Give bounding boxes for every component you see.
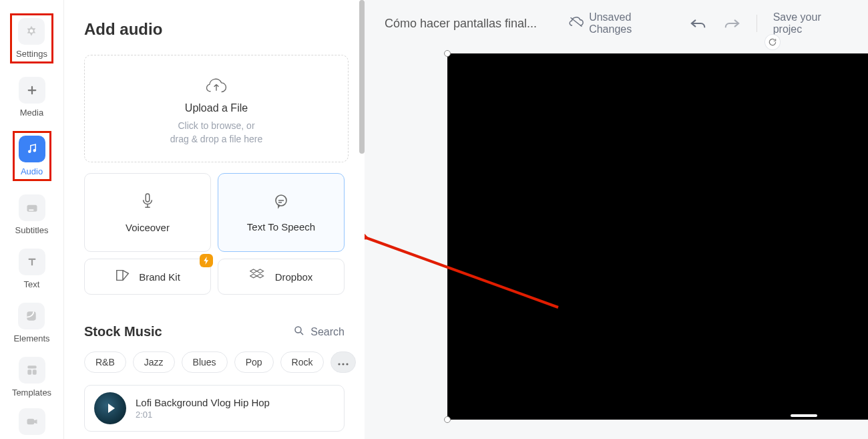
project-title[interactable]: Cómo hacer pantallas final... xyxy=(385,17,537,31)
editor-topbar: Cómo hacer pantallas final... Unsaved Ch… xyxy=(365,0,868,47)
microphone-icon xyxy=(140,192,155,212)
resize-handle-tl[interactable] xyxy=(444,50,451,57)
cloud-upload-icon xyxy=(205,77,228,96)
sidebar-item-elements[interactable]: Elements xyxy=(13,303,49,343)
upload-dropzone[interactable]: Upload a File Click to browse, or drag &… xyxy=(84,55,349,162)
stock-track[interactable]: Lofi Background Vlog Hip Hop 2:01 xyxy=(84,385,345,432)
sidebar-label-media: Media xyxy=(20,108,43,118)
subtitles-icon xyxy=(19,194,45,221)
play-icon xyxy=(108,404,115,413)
panel-title: Add audio xyxy=(84,20,345,39)
cloud-off-icon xyxy=(569,16,584,31)
svg-rect-4 xyxy=(29,210,34,211)
sidebar-label-subtitles: Subtitles xyxy=(15,225,49,235)
unsaved-label: Unsaved Changes xyxy=(589,11,674,35)
svg-rect-8 xyxy=(32,370,36,375)
svg-point-12 xyxy=(295,327,301,333)
upload-subtitle: Click to browse, or drag & drop a file h… xyxy=(98,120,335,146)
chip-rock[interactable]: Rock xyxy=(280,351,324,373)
redo-button[interactable] xyxy=(723,17,740,29)
sidebar-item-settings[interactable]: Settings xyxy=(10,13,53,63)
unsaved-indicator: Unsaved Changes xyxy=(569,11,674,35)
svg-rect-10 xyxy=(146,194,150,202)
video-canvas[interactable] xyxy=(447,53,868,420)
stock-search-button[interactable]: Search xyxy=(293,325,345,339)
chip-pop[interactable]: Pop xyxy=(234,351,274,373)
brandkit-icon xyxy=(115,268,131,285)
genre-chips: R&B Jazz Blues Pop Rock xyxy=(84,351,345,373)
audio-panel: Add audio Upload a File Click to browse,… xyxy=(64,0,365,439)
chip-blues[interactable]: Blues xyxy=(182,351,228,373)
svg-rect-3 xyxy=(27,205,37,212)
stock-search-label: Search xyxy=(310,326,345,338)
svg-point-0 xyxy=(30,29,33,33)
svg-point-13 xyxy=(339,363,341,365)
sync-icon xyxy=(765,35,780,49)
text-icon xyxy=(19,249,45,275)
dropbox-icon xyxy=(250,268,267,285)
upload-sub2: drag & drop a file here xyxy=(170,134,263,144)
chip-more[interactable] xyxy=(331,351,356,373)
plus-icon xyxy=(19,77,45,104)
sidebar-label-elements: Elements xyxy=(13,333,49,343)
svg-point-2 xyxy=(33,150,35,152)
brandkit-label: Brand Kit xyxy=(139,271,180,283)
speech-bubble-icon xyxy=(273,193,289,212)
sidebar-label-audio: Audio xyxy=(21,166,43,176)
camera-icon xyxy=(19,408,45,435)
svg-rect-6 xyxy=(27,365,36,368)
undo-button[interactable] xyxy=(690,17,707,29)
panel-scrollbar[interactable] xyxy=(359,0,365,154)
save-project-label[interactable]: Save your projec xyxy=(773,11,851,35)
elements-icon xyxy=(18,303,45,329)
sidebar-item-subtitles[interactable]: Subtitles xyxy=(15,194,49,235)
settings-icon xyxy=(18,18,45,45)
sidebar-item-media[interactable]: Media xyxy=(19,77,45,118)
canvas-area: Cómo hacer pantallas final... Unsaved Ch… xyxy=(365,0,868,439)
music-note-icon xyxy=(19,136,45,162)
svg-point-1 xyxy=(28,150,30,152)
sidebar-label-settings: Settings xyxy=(16,49,47,59)
voiceover-label: Voiceover xyxy=(126,222,170,233)
resize-handle-bl[interactable] xyxy=(444,416,451,423)
track-play-button[interactable] xyxy=(94,392,126,424)
more-horizontal-icon xyxy=(338,357,349,368)
sidebar-item-audio[interactable]: Audio xyxy=(13,131,51,181)
search-icon xyxy=(293,325,305,339)
upload-title: Upload a File xyxy=(98,102,335,114)
tts-card[interactable]: Text To Speech xyxy=(218,173,345,252)
svg-rect-7 xyxy=(27,370,31,375)
left-sidebar: Settings Media Audio Subtitles Text xyxy=(0,0,64,439)
sidebar-label-text: Text xyxy=(24,279,40,289)
stock-music-title: Stock Music xyxy=(84,324,162,339)
dropbox-label: Dropbox xyxy=(275,271,313,283)
sidebar-item-record[interactable] xyxy=(19,408,45,435)
chip-jazz[interactable]: Jazz xyxy=(133,351,175,373)
svg-rect-9 xyxy=(27,419,34,424)
tts-label: Text To Speech xyxy=(247,221,315,233)
svg-point-14 xyxy=(343,363,345,365)
upload-sub1: Click to browse, or xyxy=(178,120,254,131)
sidebar-item-text[interactable]: Text xyxy=(19,249,45,289)
track-name: Lofi Background Vlog Hip Hop xyxy=(136,397,270,408)
voiceover-card[interactable]: Voiceover xyxy=(84,173,211,252)
chip-rnb[interactable]: R&B xyxy=(84,351,126,373)
sidebar-label-templates: Templates xyxy=(12,388,51,398)
templates-icon xyxy=(19,357,45,384)
brandkit-card[interactable]: Brand Kit xyxy=(84,259,211,295)
canvas-bottom-handle[interactable] xyxy=(791,414,817,417)
dropbox-card[interactable]: Dropbox xyxy=(218,259,345,295)
bolt-badge-icon xyxy=(200,254,213,267)
sidebar-item-templates[interactable]: Templates xyxy=(12,357,51,398)
svg-point-15 xyxy=(347,363,349,365)
track-duration: 2:01 xyxy=(136,410,270,420)
